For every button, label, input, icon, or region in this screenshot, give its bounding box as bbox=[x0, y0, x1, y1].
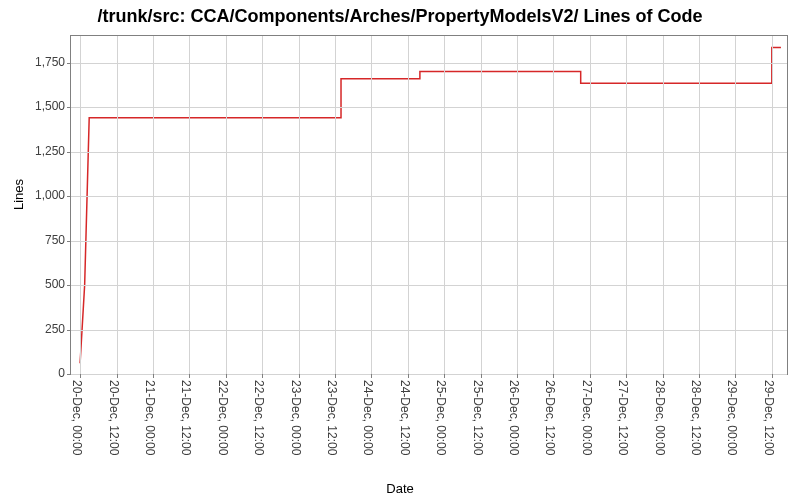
x-tick-label: 23-Dec, 12:00 bbox=[325, 380, 339, 455]
line-layer bbox=[71, 36, 787, 374]
x-gridline bbox=[699, 36, 700, 374]
x-tick-mark bbox=[590, 374, 591, 378]
x-tick-mark bbox=[335, 374, 336, 378]
y-gridline bbox=[71, 374, 787, 375]
y-tick-mark bbox=[67, 107, 71, 108]
x-gridline bbox=[117, 36, 118, 374]
x-gridline bbox=[153, 36, 154, 374]
x-tick-mark bbox=[444, 374, 445, 378]
x-tick-label: 29-Dec, 00:00 bbox=[725, 380, 739, 455]
x-tick-label: 27-Dec, 00:00 bbox=[580, 380, 594, 455]
y-tick-mark bbox=[67, 241, 71, 242]
x-tick-label: 25-Dec, 12:00 bbox=[471, 380, 485, 455]
y-gridline bbox=[71, 63, 787, 64]
x-tick-label: 26-Dec, 12:00 bbox=[543, 380, 557, 455]
x-tick-mark bbox=[408, 374, 409, 378]
x-tick-mark bbox=[663, 374, 664, 378]
x-gridline bbox=[735, 36, 736, 374]
x-gridline bbox=[408, 36, 409, 374]
x-gridline bbox=[335, 36, 336, 374]
plot-area bbox=[70, 35, 788, 375]
x-gridline bbox=[663, 36, 664, 374]
x-gridline bbox=[371, 36, 372, 374]
x-tick-mark bbox=[189, 374, 190, 378]
x-tick-label: 24-Dec, 12:00 bbox=[398, 380, 412, 455]
y-tick-label: 500 bbox=[5, 277, 65, 291]
x-gridline bbox=[189, 36, 190, 374]
x-tick-label: 21-Dec, 12:00 bbox=[179, 380, 193, 455]
x-tick-label: 29-Dec, 12:00 bbox=[762, 380, 776, 455]
y-gridline bbox=[71, 152, 787, 153]
x-tick-mark bbox=[626, 374, 627, 378]
y-gridline bbox=[71, 107, 787, 108]
y-tick-mark bbox=[67, 63, 71, 64]
x-tick-label: 23-Dec, 00:00 bbox=[289, 380, 303, 455]
x-tick-label: 24-Dec, 00:00 bbox=[361, 380, 375, 455]
x-tick-label: 22-Dec, 12:00 bbox=[252, 380, 266, 455]
x-gridline bbox=[444, 36, 445, 374]
x-axis-label: Date bbox=[0, 481, 800, 496]
x-tick-label: 28-Dec, 00:00 bbox=[653, 380, 667, 455]
x-tick-mark bbox=[481, 374, 482, 378]
x-tick-mark bbox=[117, 374, 118, 378]
x-tick-label: 26-Dec, 00:00 bbox=[507, 380, 521, 455]
y-gridline bbox=[71, 285, 787, 286]
x-tick-label: 20-Dec, 00:00 bbox=[70, 380, 84, 455]
x-tick-mark bbox=[699, 374, 700, 378]
y-gridline bbox=[71, 330, 787, 331]
y-tick-mark bbox=[67, 196, 71, 197]
x-tick-mark bbox=[517, 374, 518, 378]
y-tick-label: 1,750 bbox=[5, 55, 65, 69]
chart-container: /trunk/src: CCA/Components/Arches/Proper… bbox=[0, 0, 800, 500]
x-tick-label: 21-Dec, 00:00 bbox=[143, 380, 157, 455]
x-gridline bbox=[226, 36, 227, 374]
x-gridline bbox=[80, 36, 81, 374]
x-gridline bbox=[262, 36, 263, 374]
y-tick-label: 1,000 bbox=[5, 188, 65, 202]
x-tick-mark bbox=[262, 374, 263, 378]
y-tick-mark bbox=[67, 330, 71, 331]
x-tick-mark bbox=[299, 374, 300, 378]
y-tick-label: 0 bbox=[5, 366, 65, 380]
x-tick-mark bbox=[735, 374, 736, 378]
x-gridline bbox=[590, 36, 591, 374]
x-tick-mark bbox=[553, 374, 554, 378]
chart-title: /trunk/src: CCA/Components/Arches/Proper… bbox=[0, 6, 800, 27]
x-tick-mark bbox=[772, 374, 773, 378]
y-tick-label: 1,500 bbox=[5, 99, 65, 113]
x-tick-mark bbox=[371, 374, 372, 378]
x-gridline bbox=[481, 36, 482, 374]
y-gridline bbox=[71, 196, 787, 197]
x-tick-mark bbox=[80, 374, 81, 378]
x-tick-label: 20-Dec, 12:00 bbox=[107, 380, 121, 455]
y-tick-mark bbox=[67, 374, 71, 375]
y-tick-mark bbox=[67, 285, 71, 286]
x-gridline bbox=[299, 36, 300, 374]
x-gridline bbox=[517, 36, 518, 374]
x-tick-label: 28-Dec, 12:00 bbox=[689, 380, 703, 455]
x-gridline bbox=[772, 36, 773, 374]
x-tick-mark bbox=[153, 374, 154, 378]
x-tick-label: 27-Dec, 12:00 bbox=[616, 380, 630, 455]
y-tick-label: 750 bbox=[5, 233, 65, 247]
series-line bbox=[80, 48, 781, 364]
x-gridline bbox=[553, 36, 554, 374]
x-tick-label: 25-Dec, 00:00 bbox=[434, 380, 448, 455]
y-tick-label: 1,250 bbox=[5, 144, 65, 158]
y-tick-label: 250 bbox=[5, 322, 65, 336]
x-tick-mark bbox=[226, 374, 227, 378]
x-gridline bbox=[626, 36, 627, 374]
y-tick-mark bbox=[67, 152, 71, 153]
x-tick-label: 22-Dec, 00:00 bbox=[216, 380, 230, 455]
y-gridline bbox=[71, 241, 787, 242]
